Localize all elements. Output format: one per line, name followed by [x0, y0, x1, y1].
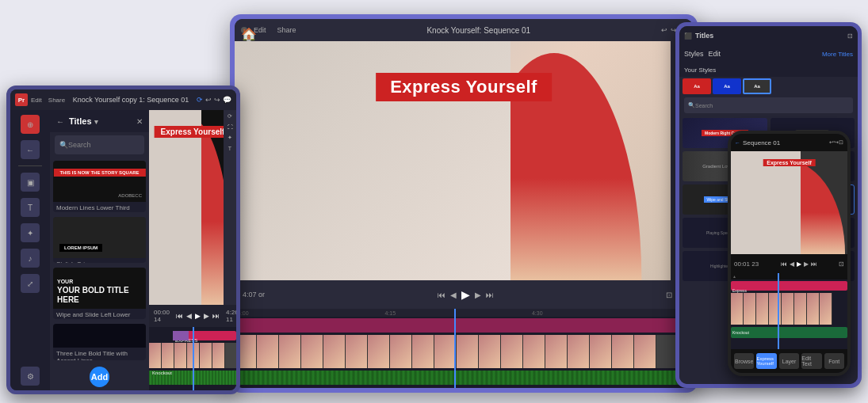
frame-back-btn[interactable]: ◀: [450, 291, 457, 299]
dl-crop-icon[interactable]: ⛶: [228, 124, 233, 130]
drp-frame-back[interactable]: ◀: [790, 260, 794, 268]
drp-skip-fwd[interactable]: ⏭: [811, 260, 817, 268]
dl-timecode-start: 00:00 14: [154, 309, 170, 323]
drp-knockout-label: Knockout: [731, 330, 751, 335]
panel-back-btn[interactable]: ←: [56, 117, 64, 126]
drp-title-track[interactable]: Express: [731, 281, 847, 291]
dl-loading-icon: ⟳: [197, 96, 203, 104]
drp-back-icon[interactable]: ←: [735, 140, 740, 146]
drp-skip-back[interactable]: ⏮: [781, 260, 787, 268]
drp-edit-text-btn[interactable]: Edit Text: [801, 353, 821, 369]
film-frame: [457, 335, 479, 368]
dr-style-selected[interactable]: Aa: [743, 78, 771, 94]
dl-redo[interactable]: ↪: [214, 96, 220, 104]
audio-track[interactable]: [235, 371, 693, 385]
drp-express-badge: Express Yourself: [763, 159, 816, 166]
title-track[interactable]: [235, 318, 693, 333]
sidebar-media-icon[interactable]: ▣: [21, 173, 40, 192]
tl-topbar-title: Knock Yourself: Sequence 01: [303, 26, 655, 35]
fullscreen-icon[interactable]: ⊡: [666, 291, 672, 299]
drp-vol[interactable]: ⊡: [839, 260, 844, 268]
thumb-stylish-crisscross[interactable]: LOREM IPSUM Stylish Crisscross: [53, 217, 146, 262]
drp-play[interactable]: ▶: [797, 260, 801, 268]
dl-skip-fwd[interactable]: ⏭: [212, 312, 220, 320]
video-track[interactable]: [235, 335, 693, 368]
panel-title: Titles ▾: [69, 116, 98, 126]
dl-timeline-area[interactable]: EXPRESS Kno: [149, 327, 236, 390]
dr-more-titles-label[interactable]: More Titles: [822, 51, 853, 58]
dr-your-styles-row: Your Styles: [679, 63, 858, 77]
sidebar-effects-icon[interactable]: ✦: [21, 223, 40, 242]
dl-frame-back[interactable]: ◀: [186, 312, 192, 320]
drp-browse-label: Browse: [735, 359, 753, 364]
sidebar-settings-icon[interactable]: ⚙: [21, 367, 40, 386]
add-button[interactable]: Add: [90, 367, 109, 387]
home-icon: 🏠: [241, 27, 247, 33]
tl-share-label[interactable]: Share: [277, 26, 296, 34]
drp-bg: [731, 151, 801, 254]
panel-dropdown-icon[interactable]: ▾: [94, 118, 98, 126]
dr-styles-label[interactable]: Styles: [684, 50, 704, 58]
dl-topbar: Pr Edit Share Knock Yourself copy 1: Seq…: [10, 89, 236, 110]
sidebar-transform-icon[interactable]: ⤢: [21, 274, 40, 293]
dl-rotate-icon[interactable]: ⟳: [228, 113, 232, 120]
playhead[interactable]: [454, 309, 456, 388]
drp-filmstrip: [731, 293, 847, 325]
play-btn[interactable]: ▶: [461, 288, 470, 301]
dr-style-2[interactable]: Aa: [713, 78, 741, 94]
dl-comment[interactable]: 💬: [223, 96, 231, 104]
sidebar-back-icon[interactable]: ←: [21, 140, 40, 159]
tl-edit-label[interactable]: Edit: [254, 26, 266, 34]
dl-film-f: [174, 343, 187, 368]
app-icon: Pr: [15, 93, 28, 106]
film-frame: [590, 335, 612, 368]
dl-edit-label[interactable]: Edit: [31, 97, 42, 104]
drp-knockout-track[interactable]: Knockout: [731, 327, 847, 338]
skip-back-btn[interactable]: ⏮: [438, 291, 445, 299]
drp-timeline[interactable]: ▲ Express Knockout: [731, 273, 847, 349]
film-frame: [390, 335, 412, 368]
dl-search[interactable]: 🔍 Search: [55, 135, 144, 154]
dr-more-icon[interactable]: ⊡: [847, 32, 853, 40]
sidebar-text-icon[interactable]: T: [21, 198, 40, 217]
film-frame: [368, 335, 390, 368]
dr-style-2-text: Aa: [724, 84, 730, 89]
dl-share-label[interactable]: Share: [48, 97, 65, 104]
dl-fx-icon[interactable]: ✦: [228, 135, 232, 141]
drp-browse-btn[interactable]: Browse: [734, 353, 754, 369]
film-frame: [545, 335, 568, 368]
dr-search[interactable]: 🔍 Search: [684, 97, 853, 113]
dl-video-main: Express Yourself ⟳ ⛶ ✦ T: [149, 110, 236, 305]
drp-frame-fwd[interactable]: ▶: [804, 260, 809, 268]
sidebar-home-icon[interactable]: ⊕: [21, 115, 40, 134]
panel-close-btn[interactable]: ✕: [136, 117, 143, 126]
dr-topbar: ⬛ Titles ⊡: [679, 26, 858, 45]
drp-f: [756, 293, 769, 325]
dl-frame-fwd[interactable]: ▶: [204, 312, 209, 320]
dr-edit-label[interactable]: Edit: [709, 50, 721, 58]
dl-undo[interactable]: ↩: [205, 96, 212, 104]
tl-timeline[interactable]: 4:00 4:15 4:30 5:00: [235, 309, 693, 388]
dl-play[interactable]: ▶: [195, 312, 201, 320]
drp-layer-btn[interactable]: Layer: [779, 353, 799, 369]
dl-film-f: [162, 343, 174, 368]
drp-font-btn[interactable]: Font: [824, 353, 844, 369]
dr-style-1[interactable]: Aa: [683, 78, 711, 94]
drp-express-btn[interactable]: Express Yourself: [756, 353, 776, 369]
frame-fwd-btn[interactable]: ▶: [475, 291, 481, 299]
thumb-three-line[interactable]: Three Line Bold Title with Accent Lines: [53, 324, 146, 360]
drp-playhead[interactable]: [778, 273, 779, 349]
tl-undo-icon[interactable]: ↩: [661, 26, 667, 34]
thumb-wipe-slide[interactable]: YOURYOUR BOLD TITLE HERE Wipe and Slide …: [53, 268, 146, 319]
drp-export[interactable]: ⊡: [839, 139, 843, 146]
thumb-modern-lines[interactable]: THIS IS NOW THE STORY SQUARE ADOBECC Mod…: [53, 161, 146, 212]
thumb3-label: Wipe and Slide Left Lower Third: [53, 309, 146, 319]
thumb1-label: Modern Lines Lower Third Title Page: [53, 202, 146, 212]
dl-skip-back[interactable]: ⏮: [176, 312, 183, 320]
dl-text-icon[interactable]: T: [228, 146, 231, 151]
sidebar-audio-icon[interactable]: ♪: [21, 249, 40, 268]
dl-playhead[interactable]: [193, 327, 194, 390]
drp-edit-text-label: Edit Text: [801, 355, 821, 367]
dl-timecode-end: 4:26 11: [226, 309, 236, 323]
skip-fwd-btn[interactable]: ⏭: [486, 291, 494, 299]
